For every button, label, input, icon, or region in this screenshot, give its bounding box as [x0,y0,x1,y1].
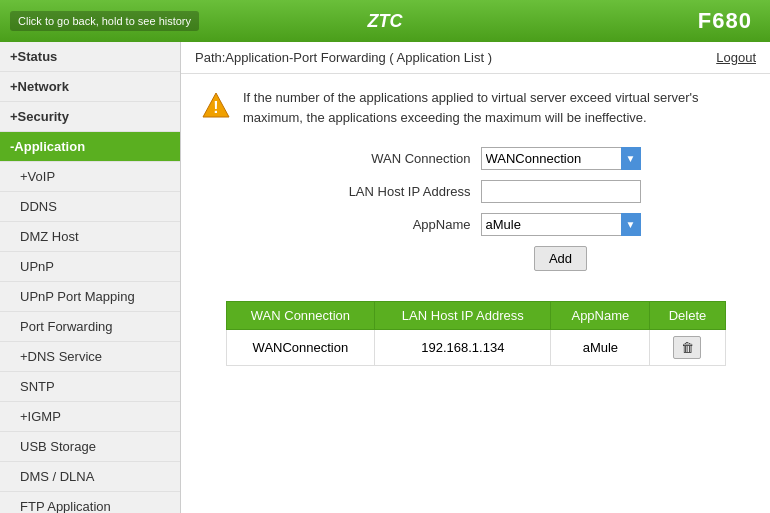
warning-text: If the number of the applications applie… [243,88,750,127]
col-lan-host-ip: LAN Host IP Address [375,302,551,330]
wan-connection-select-wrapper: WANConnection ▼ [481,147,641,170]
sidebar-item-security[interactable]: +Security [0,102,180,132]
breadcrumb: Path:Application-Port Forwarding ( Appli… [195,50,492,65]
wan-connection-label: WAN Connection [311,151,471,166]
sidebar-item-sntp[interactable]: SNTP [0,372,180,402]
lan-host-ip-row: LAN Host IP Address [201,180,750,203]
warning-box: ! If the number of the applications appl… [181,74,770,141]
sidebar-item-status[interactable]: +Status [0,42,180,72]
svg-text:!: ! [213,99,218,116]
sidebar-item-ddns[interactable]: DDNS [0,192,180,222]
col-delete: Delete [650,302,725,330]
table-area: WAN Connection LAN Host IP Address AppNa… [181,291,770,376]
cell-appname: aMule [551,330,650,366]
sidebar-item-network[interactable]: +Network [0,72,180,102]
wan-connection-select[interactable]: WANConnection [481,147,641,170]
warning-icon: ! [201,90,231,120]
main-content: Path:Application-Port Forwarding ( Appli… [181,42,770,513]
sidebar-item-port-forwarding[interactable]: Port Forwarding [0,312,180,342]
sidebar-item-application[interactable]: -Application [0,132,180,162]
ztc-logo: ZTC [368,11,403,32]
sidebar-item-upnp-port-mapping[interactable]: UPnP Port Mapping [0,282,180,312]
sidebar-item-ftp-application[interactable]: FTP Application [0,492,180,513]
add-button-row: Add [201,246,750,271]
form-area: WAN Connection WANConnection ▼ LAN Host … [181,141,770,291]
lan-host-ip-control [481,180,641,203]
sidebar-item-upnp[interactable]: UPnP [0,252,180,282]
table-row: WANConnection 192.168.1.134 aMule 🗑 [226,330,725,366]
appname-row: AppName aMule ▼ [201,213,750,236]
col-wan-connection: WAN Connection [226,302,375,330]
sidebar-item-igmp[interactable]: +IGMP [0,402,180,432]
appname-select[interactable]: aMule [481,213,641,236]
sidebar-item-voip[interactable]: +VoIP [0,162,180,192]
add-button-control: Add [534,246,587,271]
path-bar: Path:Application-Port Forwarding ( Appli… [181,42,770,74]
wan-connection-row: WAN Connection WANConnection ▼ [201,147,750,170]
cell-lan-host-ip: 192.168.1.134 [375,330,551,366]
model-label: F680 [698,8,752,34]
logout-button[interactable]: Logout [716,50,756,65]
applications-table: WAN Connection LAN Host IP Address AppNa… [226,301,726,366]
trash-icon: 🗑 [680,340,694,354]
appname-control: aMule ▼ [481,213,641,236]
sidebar-item-dmz-host[interactable]: DMZ Host [0,222,180,252]
lan-host-ip-input[interactable] [481,180,641,203]
add-button[interactable]: Add [534,246,587,271]
appname-label: AppName [311,217,471,232]
sidebar-item-dns-service[interactable]: +DNS Service [0,342,180,372]
sidebar-item-dms-dlna[interactable]: DMS / DLNA [0,462,180,492]
sidebar-item-usb-storage[interactable]: USB Storage [0,432,180,462]
header: Click to go back, hold to see history ZT… [0,0,770,42]
back-button[interactable]: Click to go back, hold to see history [10,11,199,31]
delete-button[interactable]: 🗑 [673,336,701,359]
appname-select-wrapper: aMule ▼ [481,213,641,236]
col-appname: AppName [551,302,650,330]
table-header-row: WAN Connection LAN Host IP Address AppNa… [226,302,725,330]
sidebar: +Status +Network +Security -Application … [0,42,181,513]
wan-connection-control: WANConnection ▼ [481,147,641,170]
lan-host-ip-label: LAN Host IP Address [311,184,471,199]
cell-delete: 🗑 [650,330,725,366]
cell-wan-connection: WANConnection [226,330,375,366]
layout: +Status +Network +Security -Application … [0,42,770,513]
